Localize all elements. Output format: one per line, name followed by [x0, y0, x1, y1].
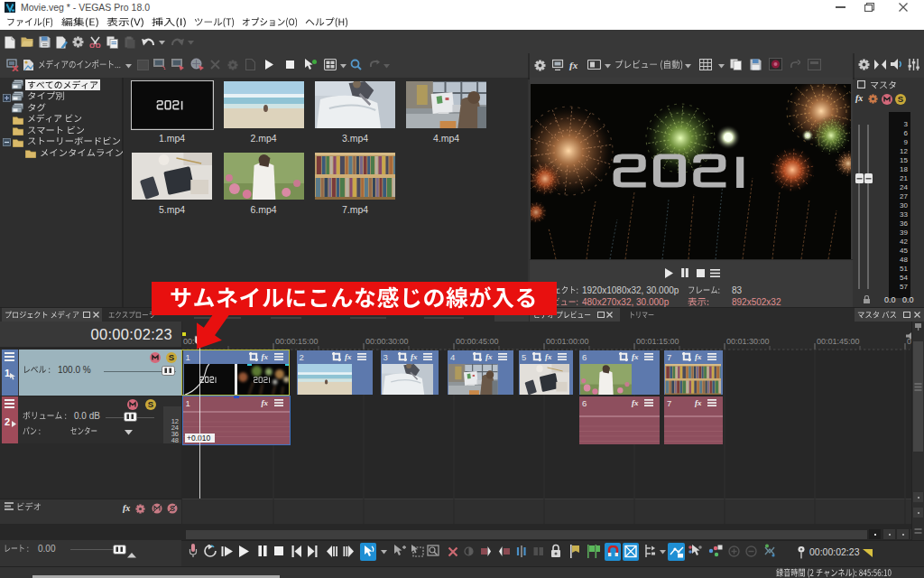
svg-text:S: S	[148, 399, 154, 409]
svg-text:S: S	[169, 352, 175, 362]
svg-text:S: S	[898, 94, 904, 104]
